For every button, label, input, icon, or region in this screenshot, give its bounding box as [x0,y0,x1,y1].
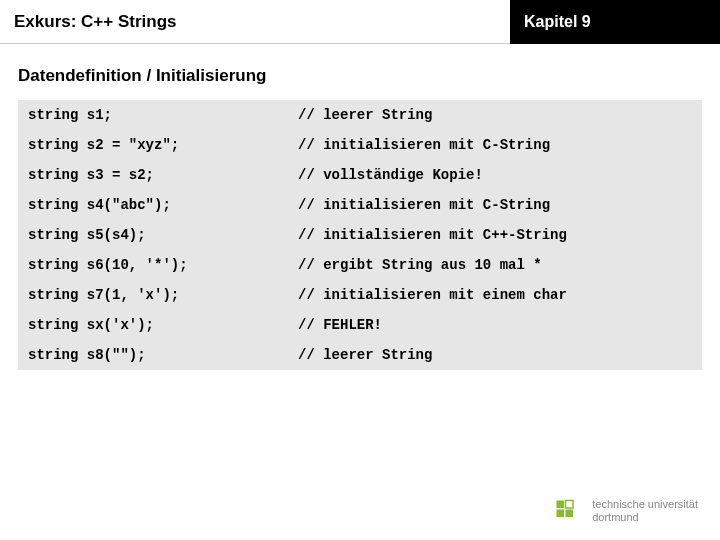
comment-cell: // vollständige Kopie! [288,160,702,190]
code-row: string s3 = s2;// vollständige Kopie! [18,160,702,190]
university-name: technische universität dortmund [592,498,698,523]
footer: technische universität dortmund [552,496,698,526]
code-row: string s7(1, 'x');// initialisieren mit … [18,280,702,310]
code-cell: string s4("abc"); [18,190,288,220]
comment-cell: // FEHLER! [288,310,702,340]
code-row: string sx('x');// FEHLER! [18,310,702,340]
code-cell: string s2 = "xyz"; [18,130,288,160]
header-title-right: Kapitel 9 [510,0,720,44]
code-cell: string s8(""); [18,340,288,370]
tu-logo-icon [552,496,582,526]
code-row: string s8("");// leerer String [18,340,702,370]
code-row: string s4("abc");// initialisieren mit C… [18,190,702,220]
university-line2: dortmund [592,511,698,524]
comment-cell: // ergibt String aus 10 mal * [288,250,702,280]
slide-content: Datendefinition / Initialisierung string… [0,44,720,370]
header-title-left: Exkurs: C++ Strings [0,0,510,44]
comment-cell: // initialisieren mit C-String [288,130,702,160]
code-table: string s1;// leerer Stringstring s2 = "x… [18,100,702,370]
code-cell: string sx('x'); [18,310,288,340]
comment-cell: // leerer String [288,100,702,130]
code-row: string s6(10, '*');// ergibt String aus … [18,250,702,280]
svg-rect-2 [566,510,574,518]
comment-cell: // initialisieren mit einem char [288,280,702,310]
code-row: string s2 = "xyz";// initialisieren mit … [18,130,702,160]
university-line1: technische universität [592,498,698,511]
code-cell: string s7(1, 'x'); [18,280,288,310]
code-cell: string s6(10, '*'); [18,250,288,280]
svg-rect-0 [557,501,565,509]
svg-rect-3 [566,501,574,509]
code-cell: string s5(s4); [18,220,288,250]
code-cell: string s1; [18,100,288,130]
comment-cell: // initialisieren mit C-String [288,190,702,220]
comment-cell: // initialisieren mit C++-String [288,220,702,250]
comment-cell: // leerer String [288,340,702,370]
code-row: string s5(s4);// initialisieren mit C++-… [18,220,702,250]
section-title: Datendefinition / Initialisierung [18,66,702,86]
code-cell: string s3 = s2; [18,160,288,190]
code-row: string s1;// leerer String [18,100,702,130]
svg-rect-1 [557,510,565,518]
slide-header: Exkurs: C++ Strings Kapitel 9 [0,0,720,44]
